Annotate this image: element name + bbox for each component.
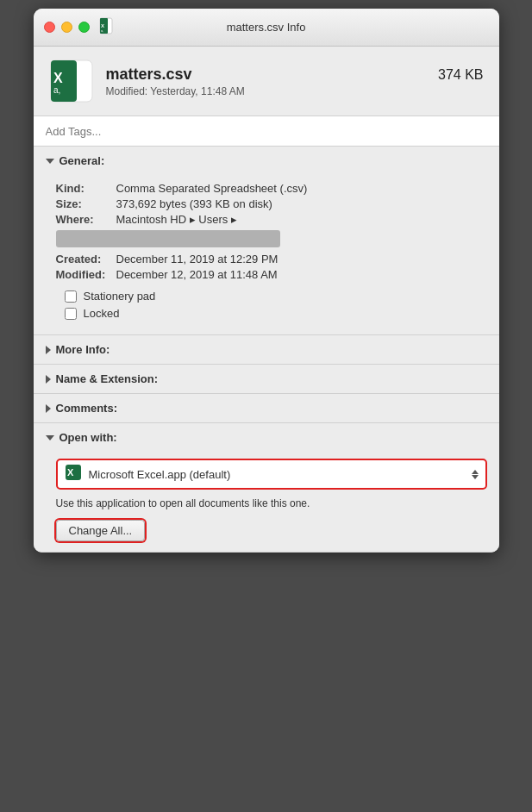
- comments-triangle-icon: [46, 404, 51, 413]
- close-button[interactable]: [44, 22, 55, 33]
- comments-header[interactable]: Comments:: [34, 394, 499, 422]
- general-section: General: Kind: Comma Separated Spreadshe…: [34, 147, 499, 335]
- titlebar: X a, matters.csv Info: [34, 9, 499, 47]
- app-icon: X: [65, 464, 82, 484]
- name-extension-triangle-icon: [46, 375, 51, 384]
- svg-text:a,: a,: [101, 28, 103, 33]
- stationery-label: Stationery pad: [84, 290, 156, 303]
- app-selector[interactable]: X Microsoft Excel.app (default): [56, 459, 487, 490]
- created-label: Created:: [56, 253, 116, 265]
- file-size: 374 KB: [438, 67, 483, 83]
- open-with-header[interactable]: Open with:: [34, 423, 499, 452]
- size-label: Size:: [56, 197, 116, 210]
- created-value: December 11, 2019 at 12:29 PM: [116, 253, 487, 265]
- stepper-up-icon: [472, 470, 479, 474]
- svg-text:X: X: [53, 71, 63, 85]
- name-extension-header[interactable]: Name & Extension:: [34, 365, 499, 393]
- locked-checkbox[interactable]: [65, 308, 77, 320]
- open-with-title: Open with:: [59, 431, 117, 444]
- titlebar-file-icon: X a,: [98, 17, 116, 38]
- tags-input[interactable]: [46, 125, 487, 138]
- minimize-button[interactable]: [61, 22, 72, 33]
- more-info-section: More Info:: [34, 335, 499, 365]
- general-section-header[interactable]: General:: [34, 147, 499, 175]
- titlebar-title: matters.csv Info: [227, 21, 306, 34]
- size-row: Size: 373,692 bytes (393 KB on disk): [56, 197, 487, 210]
- open-with-content: X Microsoft Excel.app (default) Use this…: [34, 452, 499, 552]
- change-all-button[interactable]: Change All...: [56, 520, 146, 541]
- redacted-path: [56, 230, 487, 247]
- tags-section: [34, 116, 499, 147]
- kind-value: Comma Separated Spreadsheet (.csv): [116, 182, 487, 195]
- modified-value: December 12, 2019 at 11:48 AM: [116, 268, 487, 281]
- comments-section: Comments:: [34, 394, 499, 423]
- file-info-window: X a, matters.csv Info X a, matters.csv 3…: [34, 9, 499, 553]
- where-value: Macintosh HD ▸ Users ▸: [116, 213, 487, 226]
- locked-label: Locked: [84, 307, 120, 320]
- stationery-checkbox[interactable]: [65, 290, 77, 303]
- more-info-header[interactable]: More Info:: [34, 335, 499, 364]
- maximize-button[interactable]: [78, 22, 90, 33]
- size-value: 373,692 bytes (393 KB on disk): [116, 197, 487, 210]
- general-section-content: Kind: Comma Separated Spreadsheet (.csv)…: [34, 175, 499, 334]
- created-row: Created: December 11, 2019 at 12:29 PM: [56, 253, 487, 265]
- stationery-row: Stationery pad: [65, 290, 487, 303]
- more-info-title: More Info:: [56, 343, 110, 356]
- general-section-title: General:: [59, 154, 105, 167]
- file-modified: Modified: Yesterday, 11:48 AM: [106, 85, 484, 97]
- file-info-text: matters.csv 374 KB Modified: Yesterday, …: [106, 66, 484, 97]
- modified-label: Modified:: [56, 268, 116, 281]
- open-with-triangle-icon: [46, 435, 54, 440]
- name-extension-title: Name & Extension:: [56, 372, 158, 385]
- locked-row: Locked: [65, 307, 487, 320]
- where-row: Where: Macintosh HD ▸ Users ▸: [56, 213, 487, 226]
- where-label: Where:: [56, 213, 116, 226]
- file-name: matters.csv: [106, 66, 192, 84]
- window-buttons: [44, 22, 90, 33]
- file-icon-large: X a,: [49, 59, 94, 103]
- file-header: X a, matters.csv 374 KB Modified: Yester…: [34, 47, 499, 116]
- svg-text:X: X: [67, 467, 74, 478]
- svg-text:a,: a,: [53, 85, 60, 95]
- kind-row: Kind: Comma Separated Spreadsheet (.csv): [56, 182, 487, 195]
- general-triangle-icon: [46, 159, 54, 164]
- more-info-triangle-icon: [46, 346, 51, 354]
- open-with-section: Open with: X Microsoft Excel.app (defaul…: [34, 423, 499, 553]
- app-description: Use this application to open all documen…: [56, 497, 487, 511]
- kind-label: Kind:: [56, 182, 116, 195]
- modified-row: Modified: December 12, 2019 at 11:48 AM: [56, 268, 487, 281]
- app-name: Microsoft Excel.app (default): [89, 468, 465, 481]
- comments-title: Comments:: [56, 402, 118, 415]
- name-extension-section: Name & Extension:: [34, 365, 499, 394]
- stepper-icon: [472, 470, 479, 479]
- stepper-down-icon: [472, 475, 479, 479]
